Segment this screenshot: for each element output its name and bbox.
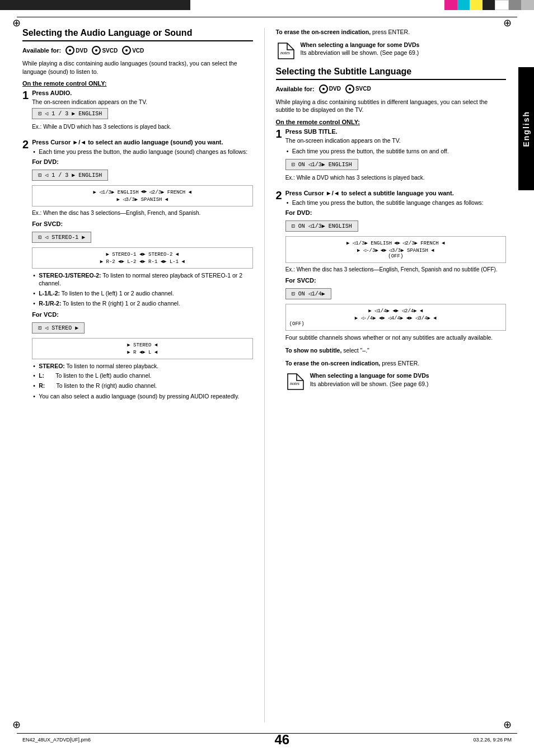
svcd-flow-r1: ▶ STEREO-1 ◄► STEREO-2 ◄: [36, 251, 249, 257]
vcd-flow-diagram: ▶ STEREO ◄ ▶ R ◄► L ◄: [32, 338, 252, 359]
dvd-flow-r2: ▶ ◁3/3▶ SPANISH ◄: [116, 196, 168, 203]
sub-dvd-osd-text: ON ◁1/3▶ ENGLISH: [298, 223, 352, 229]
sub-dvd-r2-mid: ◄►: [381, 248, 387, 253]
sub-dvd-r2-left: ▶ ◁-/3▶: [357, 247, 378, 253]
subtitle-section-title: Selecting the Subtitle Language: [276, 67, 507, 80]
vcd-osd: ⊡ ◁ STEREO ▶: [32, 322, 85, 334]
step1-number: 1: [22, 90, 29, 101]
svcd-disc: SVCD: [92, 46, 118, 55]
sub-dvd-example: Ex.: When the disc has 3 selections—Engl…: [285, 266, 506, 274]
step1-osd: ⊡ ◁ 1 / 3 ▶ ENGLISH: [32, 108, 108, 119]
sub-step2-bullets: Each time you press the button, the subt…: [285, 199, 506, 207]
sub-svcd-osd: ⊡ ON ◁1/4▶: [285, 288, 331, 299]
sub-dvd-r1-left: ▶ ◁1/3▶ ENGLISH: [346, 240, 392, 246]
sub-step1-bullets: Each time you press the button, the subt…: [285, 147, 506, 156]
sub-step2-number: 2: [276, 190, 282, 201]
svcd-label: SVCD: [102, 48, 118, 54]
no-subtitle-val: select "–.": [341, 347, 369, 354]
erase-bold-bottom: To erase the on-screen indication,: [285, 360, 381, 367]
sub-dvd-off: (OFF): [289, 253, 502, 259]
note-bold-bottom: When selecting a language for some DVDs: [310, 372, 429, 379]
sub-dvd-flow: ▶ ◁1/3▶ ENGLISH ◄► ◁2/3▶ FRENCH ◄ ▶ ◁-/3…: [285, 236, 506, 263]
footer-filename: EN42_48UX_A7DVD[UF].pm6: [22, 737, 91, 743]
audio-available-for: Available for: DVD SVCD VCD: [22, 46, 253, 55]
note-box-top: notes When selecting a language for some…: [276, 41, 507, 61]
note-sub-bottom: Its abbreviation will be shown. (See pag…: [310, 381, 429, 387]
vcd-flow-r1: ▶ STEREO ◄: [36, 342, 249, 348]
erase-text: press ENTER.: [371, 29, 410, 35]
sub-dvd-r1-right: ◁2/3▶ FRENCH ◄: [402, 240, 445, 246]
sub-dvd-label: DVD: [329, 86, 341, 92]
subtitle-step2: 2 Press Cursor ►/◄ to select a subtitle …: [276, 190, 507, 396]
erase-note-top: To erase the on-screen indication, press…: [276, 28, 507, 36]
vcd-label: VCD: [132, 48, 144, 54]
osd-text: ◁ 1 / 3 ▶ ENGLISH: [45, 110, 102, 117]
dvd-osd-icon: ⊡: [38, 172, 41, 179]
step1-head: Press AUDIO.: [32, 90, 252, 96]
vcd-osd-icon: ⊡: [38, 325, 41, 331]
note-sub-top: Its abbreviation will be shown. (See pag…: [301, 49, 419, 56]
sub-svcd-disc: SVCD: [345, 84, 371, 93]
subtitle-step1: 1 Press SUB TITLE. The on-screen indicat…: [276, 128, 507, 184]
dvd-flow-r1-left: ▶ ◁1/3▶ ENGLISH: [93, 189, 139, 195]
step2-bullets: Each time you press the button, the audi…: [32, 148, 252, 156]
audio-step1: 1 Press AUDIO. The on-screen indication …: [22, 90, 253, 133]
step1-sub: The on-screen indication appears on the …: [32, 98, 252, 106]
step2-bullet1: Each time you press the button, the audi…: [32, 148, 252, 156]
svcd-osd: ⊡ ◁ STEREO-1 ▶: [32, 232, 91, 243]
erase-text-bottom: press ENTER.: [380, 360, 419, 367]
sub-for-dvd-label: For DVD:: [285, 209, 506, 216]
dvd-flow-r1-right: ◁2/3▶ FRENCH ◄: [149, 189, 191, 195]
sub-step1-content: Press SUB TITLE. The on-screen indicatio…: [285, 128, 506, 184]
left-column: Selecting the Audio Language or Sound Av…: [22, 28, 253, 722]
sub-step1-number: 1: [276, 128, 282, 139]
sub-step1-osd-icon: ⊡: [292, 161, 295, 168]
color-gray: [509, 0, 522, 10]
available-label: Available for:: [22, 47, 61, 54]
stereo-bullet3: R-1/R-2: To listen to the R (right) 1 or…: [32, 299, 252, 308]
color-magenta: [444, 0, 457, 10]
subtitle-intro: While playing a disc containing subtitle…: [276, 98, 507, 114]
note-text-top: When selecting a language for some DVDs …: [301, 41, 420, 57]
sub-step1-osd-text: ON ◁1/3▶ ENGLISH: [298, 161, 352, 168]
column-divider: [264, 28, 265, 722]
for-vcd-label: For VCD:: [32, 311, 252, 318]
vcd-osd-text: ◁ STEREO ▶: [45, 325, 78, 331]
sub-step2-bullet1: Each time you press the button, the subt…: [285, 199, 506, 207]
note-icon-bottom: notes: [285, 372, 306, 392]
vcd-flow-r2: ▶ R ◄► L ◄: [36, 349, 249, 355]
svcd-circle: [92, 46, 101, 55]
osd-icon: ⊡: [38, 110, 41, 117]
note-text-bottom: When selecting a language for some DVDs …: [310, 372, 429, 388]
remote-only-label: On the remote control ONLY:: [22, 80, 253, 87]
svcd-flow-diagram: ▶ STEREO-1 ◄► STEREO-2 ◄ ▶ R-2 ◄► L-2 ◄►…: [32, 247, 252, 269]
sub-svcd-osd-text: ON ◁1/4▶: [298, 290, 325, 297]
vcd-circle: [122, 46, 131, 55]
color-white2: [495, 0, 509, 10]
sub-for-svcd-label: For SVCD:: [285, 277, 506, 284]
dvd-osd: ⊡ ◁ 1 / 3 ▶ ENGLISH: [32, 170, 108, 181]
top-color-bar: [0, 0, 534, 10]
page-footer: EN42_48UX_A7DVD[UF].pm6 46 03.2.26, 9:26…: [22, 732, 512, 748]
sub-step1-osd: ⊡ ON ◁1/3▶ ENGLISH: [285, 159, 358, 170]
erase-bold: To erase the on-screen indication,: [276, 29, 371, 35]
stereo-bullet2: L-1/L-2: To listen to the L (left) 1 or …: [32, 289, 252, 298]
step2-number: 2: [22, 139, 29, 150]
stereo-bullets: STEREO-1/STEREO-2: To listen to normal s…: [32, 271, 252, 308]
audio-section-title: Selecting the Audio Language or Sound: [22, 28, 253, 41]
step1-example: Ex.: While a DVD which has 3 selections …: [32, 123, 252, 131]
sub-step1-bullet1: Each time you press the button, the subt…: [285, 147, 506, 156]
svcd-osd-text: ◁ STEREO-1 ▶: [45, 234, 85, 241]
stereo-bullet1: STEREO-1/STEREO-2: To listen to normal s…: [32, 271, 252, 288]
sub-dvd-r1-arrow: ◄►: [394, 241, 400, 246]
step2-content: Press Cursor ►/◄ to select an audio lang…: [32, 139, 252, 402]
page-number: 46: [274, 732, 289, 748]
erase-note-bottom: To erase the on-screen indication, press…: [285, 359, 506, 368]
color-cyan: [457, 0, 470, 10]
right-column: To erase the on-screen indication, press…: [276, 28, 507, 722]
svg-text:notes: notes: [280, 50, 290, 55]
main-content: Selecting the Audio Language or Sound Av…: [22, 28, 506, 722]
sub-svcd-label: SVCD: [355, 86, 371, 92]
sub-step2-content: Press Cursor ►/◄ to select a subtitle la…: [285, 190, 506, 396]
sub-step2-head: Press Cursor ►/◄ to select a subtitle la…: [285, 190, 506, 196]
